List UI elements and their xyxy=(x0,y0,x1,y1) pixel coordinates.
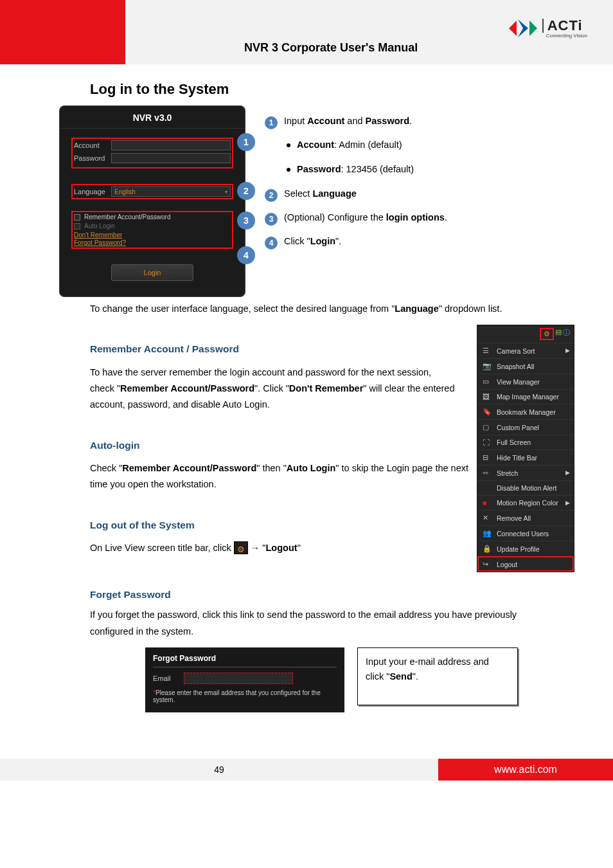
users-icon: 👥 xyxy=(483,529,492,538)
report-icon[interactable]: ▤ xyxy=(555,328,562,340)
brand-name: ACTi xyxy=(542,19,587,33)
step-badge-3: 3 xyxy=(265,213,278,226)
chevron-right-icon: ▶ xyxy=(565,347,570,354)
menu-item-label: Motion Region Color xyxy=(497,499,558,507)
page-header: NVR 3 Corporate User's Manual ACTi Conne… xyxy=(0,0,613,64)
step-badge-4: 4 xyxy=(265,237,278,249)
step-badge-1: 1 xyxy=(265,116,278,129)
step-3: 3 (Optional) Configure the login options… xyxy=(265,211,574,226)
step-badge-2: 2 xyxy=(265,189,278,202)
auto-login-checkbox[interactable] xyxy=(74,223,80,230)
brand-logo: ACTi Connecting Vision xyxy=(509,17,587,40)
email-input[interactable] xyxy=(184,673,293,684)
login-button[interactable]: Login xyxy=(111,264,193,281)
menu-item-custom[interactable]: ▢Custom Panel xyxy=(477,419,574,435)
logo-mark-icon xyxy=(509,17,537,40)
forgot-password-panel: Forgot Password Email *Please enter the … xyxy=(145,647,344,712)
account-label: Account xyxy=(74,141,111,149)
highlight-gear-button: ⚙ xyxy=(540,328,554,340)
remove-icon: ✕ xyxy=(483,514,492,522)
default-account-bullet: Account: Admin (default) xyxy=(287,138,574,152)
step-2: 2 Select Language xyxy=(265,187,574,202)
menu-item-label: Connected Users xyxy=(497,530,549,538)
menu-item-remove[interactable]: ✕Remove All xyxy=(477,510,574,525)
menu-item-label: Full Screen xyxy=(497,439,531,446)
full-icon: ⛶ xyxy=(483,439,492,446)
login-window-title: NVR v3.0 xyxy=(60,106,245,129)
menu-item-label: Stretch xyxy=(497,469,518,477)
note-box: Input your e-mail address and click "Sen… xyxy=(357,647,518,705)
highlight-language: Language English ▾ xyxy=(71,184,233,199)
section-heading: Log in to the System xyxy=(90,81,574,98)
header-red-block xyxy=(0,0,125,64)
sort-icon: ☰ xyxy=(483,347,492,355)
chevron-right-icon: ▶ xyxy=(565,469,570,476)
menu-item-logout[interactable]: ↪Logout xyxy=(477,556,574,572)
logout-paragraph: On Live View screen title bar, click → "… xyxy=(90,540,469,556)
menu-item-sort[interactable]: ☰Camera Sort▶ xyxy=(477,343,574,358)
menu-item-label: Camera Sort xyxy=(497,347,535,355)
stretch-icon: ⇿ xyxy=(483,469,492,477)
svg-marker-1 xyxy=(518,19,528,37)
default-password-bullet: Password: 123456 (default) xyxy=(287,163,574,177)
document-title: NVR 3 Corporate User's Manual xyxy=(244,41,418,55)
gear-icon[interactable]: ⚙ xyxy=(544,330,550,338)
menu-item-book[interactable]: 🔖Bookmark Manager xyxy=(477,404,574,419)
account-input[interactable] xyxy=(111,140,231,150)
callout-3: 3 xyxy=(237,212,255,230)
step-1: 1 Input Account and Password. xyxy=(265,114,574,129)
autologin-paragraph: Check "Remember Account/Password" then "… xyxy=(90,460,469,493)
remember-paragraph: To have the server remember the login ac… xyxy=(90,365,469,413)
email-label: Email xyxy=(153,674,171,682)
menu-item-label: Hide Title Bar xyxy=(497,454,537,462)
forgot-subtitle: Forget Password xyxy=(90,589,574,601)
auto-login-label: Auto Login xyxy=(84,222,115,230)
language-dropdown[interactable]: English ▾ xyxy=(111,186,231,197)
page-footer: 49 www.acti.com xyxy=(0,759,613,781)
dont-remember-link[interactable]: Don't Remember xyxy=(74,231,231,239)
update-icon: 🔒 xyxy=(483,545,492,553)
password-label: Password xyxy=(74,154,111,162)
highlight-credentials: Account Password xyxy=(71,138,233,168)
autologin-subtitle: Auto-login xyxy=(90,437,469,454)
bullet-icon xyxy=(287,168,290,172)
menu-item-map[interactable]: 🖼Map Image Manager xyxy=(477,389,574,404)
forgot-paragraph: If you forget the password, click this l… xyxy=(90,607,555,640)
menu-item-label: Update Profile xyxy=(497,545,540,553)
forgot-password-link[interactable]: Forgot Password? xyxy=(74,239,231,246)
menu-item-label: Map Image Manager xyxy=(497,393,559,401)
gear-icon xyxy=(234,541,248,554)
language-value: English xyxy=(114,188,136,195)
menu-item-hide[interactable]: ⊟Hide Title Bar xyxy=(477,449,574,465)
book-icon: 🔖 xyxy=(483,408,492,416)
menu-item-label: Logout xyxy=(497,561,517,568)
chevron-right-icon: ▶ xyxy=(565,500,570,506)
menu-item-full[interactable]: ⛶Full Screen xyxy=(477,435,574,449)
brand-tagline: Connecting Vision xyxy=(542,33,587,39)
map-icon: 🖼 xyxy=(483,393,492,401)
menu-item-motion[interactable]: ■Motion Region Color▶ xyxy=(477,495,574,510)
forgot-panel-title: Forgot Password xyxy=(153,654,216,663)
step-4: 4 Click "Login". xyxy=(265,235,574,249)
menu-item-none[interactable]: Disable Motion Alert xyxy=(477,480,574,495)
menu-item-label: Snapshot All xyxy=(497,363,534,370)
menu-item-label: Bookmark Manager xyxy=(497,408,556,416)
menu-item-view[interactable]: ▭View Manager xyxy=(477,374,574,389)
menu-item-stretch[interactable]: ⇿Stretch▶ xyxy=(477,465,574,480)
highlight-options: Remember Account/Password Auto Login Don… xyxy=(71,211,233,249)
password-input[interactable] xyxy=(111,153,231,163)
menu-item-users[interactable]: 👥Connected Users xyxy=(477,525,574,541)
menu-item-snap[interactable]: 📷Snapshot All xyxy=(477,358,574,374)
info-icon[interactable]: ⓘ xyxy=(563,328,570,340)
language-paragraph: To change the user interface language, s… xyxy=(90,301,555,317)
snap-icon: 📷 xyxy=(483,362,492,370)
callout-2: 2 xyxy=(237,182,255,200)
motion-icon: ■ xyxy=(483,499,492,507)
remember-checkbox[interactable] xyxy=(74,214,80,221)
callout-1: 1 xyxy=(237,133,255,151)
chevron-down-icon: ▾ xyxy=(225,189,227,195)
menu-item-update[interactable]: 🔒Update Profile xyxy=(477,541,574,556)
login-window: NVR v3.0 Account Password Language Eng xyxy=(59,105,245,297)
language-label: Language xyxy=(74,188,111,195)
svg-marker-0 xyxy=(509,21,517,36)
